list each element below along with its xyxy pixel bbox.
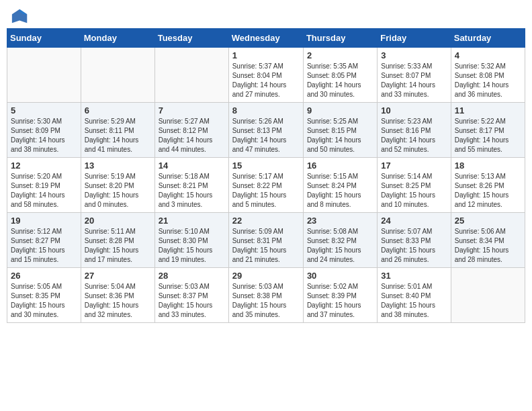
day-number: 14 (159, 161, 225, 171)
day-number: 24 (381, 216, 447, 226)
calendar-cell: 22Sunrise: 5:09 AM Sunset: 8:31 PM Dayli… (228, 213, 303, 268)
day-number: 8 (232, 105, 300, 116)
day-number: 1 (232, 50, 300, 60)
calendar-cell: 25Sunrise: 5:06 AM Sunset: 8:34 PM Dayli… (451, 213, 525, 268)
calendar-week-row: 1Sunrise: 5:37 AM Sunset: 8:04 PM Daylig… (7, 48, 525, 103)
calendar-cell: 18Sunrise: 5:13 AM Sunset: 8:26 PM Dayli… (451, 158, 525, 213)
day-number: 26 (11, 271, 77, 281)
calendar-cell (7, 48, 81, 103)
calendar-cell: 30Sunrise: 5:02 AM Sunset: 8:39 PM Dayli… (303, 268, 377, 323)
day-info: Sunrise: 5:35 AM Sunset: 8:05 PM Dayligh… (307, 62, 373, 99)
day-number: 5 (11, 105, 77, 116)
day-info: Sunrise: 5:33 AM Sunset: 8:07 PM Dayligh… (381, 62, 447, 99)
day-number: 21 (159, 216, 225, 226)
calendar-cell: 19Sunrise: 5:12 AM Sunset: 8:27 PM Dayli… (7, 213, 81, 268)
weekday-header-saturday: Saturday (451, 29, 525, 48)
day-info: Sunrise: 5:26 AM Sunset: 8:13 PM Dayligh… (232, 117, 300, 154)
weekday-header-wednesday: Wednesday (228, 29, 303, 48)
day-info: Sunrise: 5:01 AM Sunset: 8:40 PM Dayligh… (381, 282, 447, 320)
day-number: 28 (159, 271, 225, 281)
weekday-header-tuesday: Tuesday (154, 29, 228, 48)
calendar-cell: 16Sunrise: 5:15 AM Sunset: 8:24 PM Dayli… (303, 158, 377, 213)
day-info: Sunrise: 5:29 AM Sunset: 8:11 PM Dayligh… (85, 117, 151, 154)
day-info: Sunrise: 5:05 AM Sunset: 8:35 PM Dayligh… (11, 282, 77, 320)
day-number: 25 (455, 216, 521, 226)
calendar-table: SundayMondayTuesdayWednesdayThursdayFrid… (7, 28, 525, 323)
day-info: Sunrise: 5:25 AM Sunset: 8:15 PM Dayligh… (307, 117, 373, 154)
calendar-cell (451, 268, 525, 323)
calendar-cell: 15Sunrise: 5:17 AM Sunset: 8:22 PM Dayli… (228, 158, 303, 213)
day-info: Sunrise: 5:07 AM Sunset: 8:33 PM Dayligh… (381, 227, 447, 265)
day-info: Sunrise: 5:22 AM Sunset: 8:17 PM Dayligh… (455, 117, 521, 154)
day-info: Sunrise: 5:15 AM Sunset: 8:24 PM Dayligh… (307, 172, 373, 210)
day-info: Sunrise: 5:27 AM Sunset: 8:12 PM Dayligh… (159, 117, 225, 154)
day-number: 6 (85, 105, 151, 116)
day-number: 27 (85, 271, 151, 281)
day-number: 23 (307, 216, 373, 226)
day-number: 22 (232, 216, 300, 226)
day-info: Sunrise: 5:06 AM Sunset: 8:34 PM Dayligh… (455, 227, 521, 265)
calendar-cell: 28Sunrise: 5:03 AM Sunset: 8:37 PM Dayli… (154, 268, 228, 323)
weekday-header-sunday: Sunday (7, 29, 81, 48)
day-number: 16 (307, 161, 373, 171)
calendar-cell: 10Sunrise: 5:23 AM Sunset: 8:16 PM Dayli… (378, 103, 451, 158)
day-info: Sunrise: 5:09 AM Sunset: 8:31 PM Dayligh… (232, 227, 300, 265)
calendar-cell: 4Sunrise: 5:32 AM Sunset: 8:08 PM Daylig… (451, 48, 525, 103)
calendar-cell: 27Sunrise: 5:04 AM Sunset: 8:36 PM Dayli… (81, 268, 154, 323)
calendar-cell: 7Sunrise: 5:27 AM Sunset: 8:12 PM Daylig… (154, 103, 228, 158)
calendar-cell: 26Sunrise: 5:05 AM Sunset: 8:35 PM Dayli… (7, 268, 81, 323)
day-info: Sunrise: 5:20 AM Sunset: 8:19 PM Dayligh… (11, 172, 77, 210)
day-info: Sunrise: 5:32 AM Sunset: 8:08 PM Dayligh… (455, 62, 521, 99)
calendar-cell: 6Sunrise: 5:29 AM Sunset: 8:11 PM Daylig… (81, 103, 154, 158)
calendar-cell: 29Sunrise: 5:03 AM Sunset: 8:38 PM Dayli… (228, 268, 303, 323)
day-number: 17 (381, 161, 447, 171)
day-number: 15 (232, 161, 300, 171)
day-number: 10 (381, 105, 447, 116)
calendar-cell: 3Sunrise: 5:33 AM Sunset: 8:07 PM Daylig… (378, 48, 451, 103)
calendar-cell: 23Sunrise: 5:08 AM Sunset: 8:32 PM Dayli… (303, 213, 377, 268)
day-info: Sunrise: 5:19 AM Sunset: 8:20 PM Dayligh… (85, 172, 151, 210)
calendar-cell: 14Sunrise: 5:18 AM Sunset: 8:21 PM Dayli… (154, 158, 228, 213)
day-info: Sunrise: 5:23 AM Sunset: 8:16 PM Dayligh… (381, 117, 447, 154)
calendar-cell: 13Sunrise: 5:19 AM Sunset: 8:20 PM Dayli… (81, 158, 154, 213)
weekday-header-friday: Friday (378, 29, 451, 48)
svg-marker-0 (12, 9, 27, 24)
day-number: 18 (455, 161, 521, 171)
calendar-week-row: 19Sunrise: 5:12 AM Sunset: 8:27 PM Dayli… (7, 213, 525, 268)
day-info: Sunrise: 5:12 AM Sunset: 8:27 PM Dayligh… (11, 227, 77, 265)
day-info: Sunrise: 5:13 AM Sunset: 8:26 PM Dayligh… (455, 172, 521, 210)
day-number: 20 (85, 216, 151, 226)
day-info: Sunrise: 5:17 AM Sunset: 8:22 PM Dayligh… (232, 172, 300, 210)
calendar-cell: 21Sunrise: 5:10 AM Sunset: 8:30 PM Dayli… (154, 213, 228, 268)
calendar-cell: 9Sunrise: 5:25 AM Sunset: 8:15 PM Daylig… (303, 103, 377, 158)
calendar-cell: 1Sunrise: 5:37 AM Sunset: 8:04 PM Daylig… (228, 48, 303, 103)
calendar-week-row: 12Sunrise: 5:20 AM Sunset: 8:19 PM Dayli… (7, 158, 525, 213)
calendar-week-row: 5Sunrise: 5:30 AM Sunset: 8:09 PM Daylig… (7, 103, 525, 158)
calendar-cell: 8Sunrise: 5:26 AM Sunset: 8:13 PM Daylig… (228, 103, 303, 158)
calendar-header-row: SundayMondayTuesdayWednesdayThursdayFrid… (7, 29, 525, 48)
logo-icon (11, 7, 30, 26)
calendar-cell (154, 48, 228, 103)
day-number: 13 (85, 161, 151, 171)
day-number: 12 (11, 161, 77, 171)
weekday-header-monday: Monday (81, 29, 154, 48)
calendar-cell: 24Sunrise: 5:07 AM Sunset: 8:33 PM Dayli… (378, 213, 451, 268)
day-info: Sunrise: 5:37 AM Sunset: 8:04 PM Dayligh… (232, 62, 300, 99)
day-number: 2 (307, 50, 373, 60)
day-number: 4 (455, 50, 521, 60)
calendar-cell (81, 48, 154, 103)
day-number: 7 (159, 105, 225, 116)
day-number: 31 (381, 271, 447, 281)
calendar-week-row: 26Sunrise: 5:05 AM Sunset: 8:35 PM Dayli… (7, 268, 525, 323)
calendar-cell: 20Sunrise: 5:11 AM Sunset: 8:28 PM Dayli… (81, 213, 154, 268)
weekday-header-thursday: Thursday (303, 29, 377, 48)
day-number: 11 (455, 105, 521, 116)
day-info: Sunrise: 5:14 AM Sunset: 8:25 PM Dayligh… (381, 172, 447, 210)
calendar-cell: 12Sunrise: 5:20 AM Sunset: 8:19 PM Dayli… (7, 158, 81, 213)
day-info: Sunrise: 5:18 AM Sunset: 8:21 PM Dayligh… (159, 172, 225, 210)
day-number: 30 (307, 271, 373, 281)
day-info: Sunrise: 5:03 AM Sunset: 8:38 PM Dayligh… (232, 282, 300, 320)
calendar-cell: 31Sunrise: 5:01 AM Sunset: 8:40 PM Dayli… (378, 268, 451, 323)
day-number: 19 (11, 216, 77, 226)
day-info: Sunrise: 5:10 AM Sunset: 8:30 PM Dayligh… (159, 227, 225, 265)
